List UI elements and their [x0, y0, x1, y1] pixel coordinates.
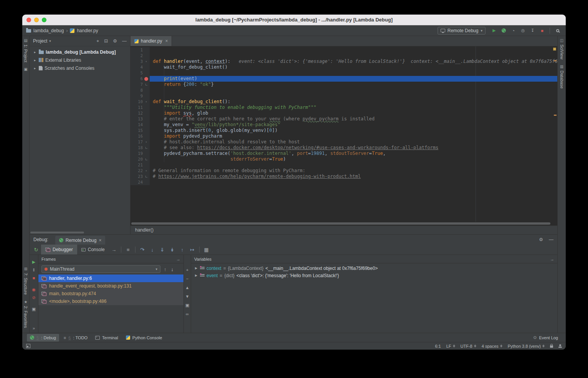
toolbutton-debug[interactable]: 5: Debug — [27, 334, 59, 342]
tool-stripe-sciview[interactable]: ◫SciView — [560, 36, 564, 62]
layout-settings-icon[interactable]: ≡ — [123, 247, 133, 252]
code-line-6[interactable]: 6 print(event) — [130, 76, 557, 82]
project-tree-item[interactable]: ▸External Libraries — [30, 56, 130, 64]
code-text[interactable] — [150, 162, 557, 168]
project-panel-title[interactable]: Project — [33, 38, 47, 44]
move-watch-down-button[interactable]: ▼ — [185, 294, 190, 299]
gutter[interactable]: 13 — [130, 116, 150, 122]
chevron-right-icon[interactable]: ▸ — [33, 50, 37, 54]
restore-layout-button[interactable]: ▣ — [32, 307, 36, 311]
code-text[interactable] — [150, 179, 557, 185]
code-line-7[interactable]: 7 return {200: "ok"} — [130, 82, 557, 87]
panel-pin-icon[interactable]: → — [550, 257, 554, 261]
profiler-button[interactable]: ◎ — [519, 26, 527, 35]
caret-position[interactable]: 6:1 — [435, 344, 441, 348]
gutter[interactable]: 6 — [130, 76, 150, 82]
more-options-button[interactable]: » — [33, 326, 35, 330]
add-watch-button[interactable]: + — [186, 268, 188, 272]
project-tree-item[interactable]: ▸Scratches and Consoles — [30, 64, 130, 72]
rerun-debugger-icon[interactable]: ↻ — [31, 247, 41, 252]
view-as-table-icon[interactable]: ▦ — [202, 247, 211, 252]
gutter[interactable]: 8 — [130, 87, 150, 93]
run-button[interactable]: ▶ — [490, 26, 499, 35]
frame-row[interactable]: main, bootstrap.py:474 — [38, 290, 183, 297]
code-text[interactable]: my_venv = "venv/lib/python*/site-package… — [150, 122, 557, 128]
code-text[interactable]: stderrToServer=True) — [150, 156, 557, 162]
code-line-13[interactable]: 13 # enter the correct path here to your… — [130, 116, 557, 122]
resume-button[interactable]: ▶ — [32, 260, 35, 264]
run-to-cursor-icon[interactable]: ↦ — [187, 247, 197, 252]
tool-stripe-structure[interactable]: ⊞7: Structure — [23, 265, 28, 297]
expand-icon[interactable]: ▶ — [194, 274, 198, 277]
code-line-18[interactable]: 18 # see also: https://docs.docker.com/d… — [130, 145, 557, 151]
fold-end-icon[interactable] — [145, 176, 147, 177]
inspection-indicator[interactable] — [553, 48, 556, 51]
code-text[interactable]: sys.path.insert(0, glob.glob(my_venv)[0]… — [150, 128, 557, 133]
settings-icon[interactable]: ⚙ — [113, 39, 117, 43]
code-text[interactable]: # https://www.jetbrains.com/help/pycharm… — [150, 174, 557, 179]
gutter[interactable]: 1 — [130, 47, 150, 53]
minimize-window-button[interactable] — [34, 18, 39, 22]
previous-frame-button[interactable]: ↑ — [164, 266, 167, 272]
breadcrumb-project[interactable]: lambda_debug — [33, 28, 64, 33]
gutter[interactable]: 17▾ — [130, 139, 150, 145]
hide-icon[interactable]: — — [122, 39, 127, 43]
breadcrumb-file[interactable]: handler.py — [77, 28, 98, 33]
code-text[interactable]: # see also: https://docs.docker.com/desk… — [150, 145, 557, 151]
close-session-icon[interactable]: × — [99, 238, 101, 243]
code-text[interactable]: pydevd_pycharm.settrace('host.docker.int… — [150, 151, 557, 156]
code-text[interactable] — [150, 70, 557, 76]
force-step-into-icon[interactable]: ⇓ — [157, 247, 167, 252]
code-line-16[interactable]: 16 import pydevd_pycharm — [130, 133, 557, 139]
status-item[interactable]: 4 spaces — [482, 344, 502, 348]
code-line-4[interactable]: 4 wait_for_debug_client() — [130, 64, 557, 70]
gutter[interactable]: 14 — [130, 122, 150, 128]
fold-end-icon[interactable] — [145, 147, 147, 149]
code-line-15[interactable]: 15 sys.path.insert(0, glob.glob(my_venv)… — [130, 128, 557, 133]
toolbutton-python-console[interactable]: Python Console — [123, 334, 165, 342]
tool-stripe-database[interactable]: ▥Database — [560, 62, 564, 91]
fold-down-icon[interactable]: ▾ — [145, 59, 147, 64]
pause-button[interactable]: ‖ — [33, 268, 35, 272]
code-text[interactable] — [150, 53, 557, 59]
frame-row[interactable]: handler, handler.py:6 — [38, 274, 183, 282]
toolbutton-event-log[interactable]: ⊙Event Log — [530, 334, 561, 342]
gutter[interactable]: 11 — [130, 105, 150, 110]
code-line-5[interactable]: 5 — [130, 70, 557, 76]
search-everywhere-button[interactable] — [553, 26, 562, 35]
stop-button-debug[interactable]: ■ — [33, 276, 35, 280]
gutter[interactable]: 22▾ — [130, 168, 150, 174]
code-line-20[interactable]: 20 stderrToServer=True) — [130, 156, 557, 162]
fold-down-icon[interactable]: ▾ — [145, 99, 147, 105]
code-line-14[interactable]: 14 my_venv = "venv/lib/python*/site-pack… — [130, 122, 557, 128]
project-horizontal-scrollbar[interactable] — [30, 232, 84, 233]
chevron-down-icon[interactable]: ▾ — [49, 39, 51, 43]
step-over-icon[interactable]: ↷ — [137, 247, 147, 252]
mute-breakpoints-button[interactable]: ⊘ — [32, 296, 35, 300]
next-frame-button[interactable]: ↓ — [171, 266, 174, 272]
gutter[interactable]: 19 — [130, 151, 150, 156]
inspections-profile-icon[interactable] — [558, 344, 562, 348]
code-line-2[interactable]: 2 — [130, 53, 557, 59]
code-text[interactable]: # host.docker.internal should resolve to… — [150, 139, 557, 145]
code-line-12[interactable]: 12 import sys, glob — [130, 110, 557, 116]
locate-icon[interactable]: ⌖ — [96, 39, 99, 43]
error-stripe-mark[interactable] — [554, 60, 557, 61]
code-line-21[interactable]: 21 — [130, 162, 557, 168]
code-text[interactable]: """Utility function to enable debugging … — [150, 105, 557, 110]
code-text[interactable]: import pydevd_pycharm — [150, 133, 557, 139]
inline-values-button[interactable]: ∞ — [186, 312, 189, 316]
tool-stripe-project[interactable]: ▤1: Project — [23, 36, 28, 65]
frame-row[interactable]: handle_event_request, bootstrap.py:131 — [38, 282, 183, 290]
code-line-10[interactable]: 10▾def wait_for_debug_client(): — [130, 99, 557, 105]
gutter[interactable]: 3▾ — [130, 59, 150, 64]
close-tab-icon[interactable]: × — [165, 38, 168, 44]
tab-debugger[interactable]: Debugger — [41, 245, 77, 255]
code-text[interactable] — [150, 93, 557, 99]
editor-horizontal-scrollbar[interactable] — [130, 222, 557, 225]
code-line-23[interactable]: 23# https://www.jetbrains.com/help/pycha… — [130, 174, 557, 179]
debug-settings-icon[interactable]: ⚙ — [539, 237, 543, 242]
step-into-my-code-icon[interactable]: ↡ — [167, 247, 177, 252]
code-text[interactable]: def wait_for_debug_client(): — [150, 99, 557, 105]
code-text[interactable]: # enter the correct path here to your ve… — [150, 116, 557, 122]
